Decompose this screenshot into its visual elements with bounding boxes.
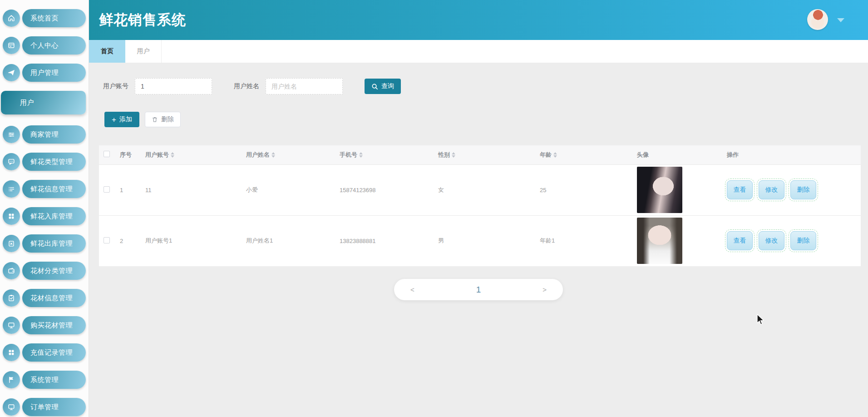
app-header: 鲜花销售系统 bbox=[89, 0, 868, 40]
name-label: 用户姓名 bbox=[234, 82, 259, 90]
name-input[interactable] bbox=[266, 78, 343, 94]
sidebar-item-label: 商家管理 bbox=[22, 125, 86, 144]
sidebar-item-flower-inbound-management[interactable]: 鲜花入库管理 bbox=[3, 207, 86, 225]
sidebar-item-user-management[interactable]: 用户管理 bbox=[3, 64, 86, 82]
cell-phone: 13823888881 bbox=[338, 215, 436, 266]
sidebar-item-label: 购买花材管理 bbox=[22, 316, 86, 334]
mouse-cursor-icon bbox=[756, 314, 766, 328]
trash-icon bbox=[152, 116, 158, 123]
sort-carets-icon[interactable] bbox=[553, 152, 557, 158]
sidebar-item-purchase-material-management[interactable]: 购买花材管理 bbox=[3, 316, 86, 334]
view-button[interactable]: 查看 bbox=[727, 180, 753, 199]
id-card-icon bbox=[3, 37, 20, 54]
sidebar-item-label: 用户管理 bbox=[22, 64, 86, 82]
delete-button[interactable]: 删除 bbox=[145, 112, 181, 127]
cell-phone: 15874123698 bbox=[338, 164, 436, 215]
content-area: 用户账号 用户姓名 查询 + 添加 删除 bbox=[89, 63, 868, 417]
sidebar-item-home[interactable]: 系统首页 bbox=[3, 9, 86, 27]
cell-gender: 女 bbox=[436, 164, 538, 215]
cell-gender: 男 bbox=[436, 215, 538, 266]
sidebar-item-personal-center[interactable]: 个人中心 bbox=[3, 36, 86, 55]
cell-age: 25 bbox=[538, 164, 635, 215]
chat-icon bbox=[3, 153, 20, 170]
row-checkbox[interactable] bbox=[104, 186, 110, 193]
sidebar-item-label: 花材分类管理 bbox=[22, 262, 86, 280]
home-icon bbox=[3, 10, 20, 27]
edit-button[interactable]: 修改 bbox=[759, 180, 784, 199]
sidebar-item-label: 鲜花入库管理 bbox=[22, 207, 86, 225]
table-header-row: 序号 用户账号 用户姓名 手机号 性别 年龄 头像 操作 bbox=[99, 145, 861, 164]
cell-age: 年龄1 bbox=[538, 215, 635, 266]
sidebar-item-label: 鲜花信息管理 bbox=[22, 180, 86, 198]
send-icon bbox=[3, 64, 20, 81]
sidebar-item-label: 订单管理 bbox=[22, 398, 86, 416]
add-button[interactable]: + 添加 bbox=[104, 112, 139, 127]
column-photo: 头像 bbox=[637, 151, 649, 158]
column-age: 年龄 bbox=[540, 151, 552, 159]
tab-home[interactable]: 首页 bbox=[89, 40, 125, 63]
table-toolbar: + 添加 删除 bbox=[89, 94, 868, 127]
user-table-panel: 序号 用户账号 用户姓名 手机号 性别 年龄 头像 操作 bbox=[99, 145, 861, 266]
user-photo bbox=[637, 218, 682, 264]
sidebar-item-label: 鲜花类型管理 bbox=[22, 153, 86, 171]
sort-carets-icon[interactable] bbox=[452, 152, 455, 158]
tab-user[interactable]: 用户 bbox=[125, 40, 162, 63]
view-button[interactable]: 查看 bbox=[727, 231, 753, 250]
column-account: 用户账号 bbox=[145, 151, 169, 159]
table-row: 2 用户账号1 用户姓名1 13823888881 男 年龄1 查看 修改 删除 bbox=[99, 215, 861, 266]
sidebar-item-flower-type-management[interactable]: 鲜花类型管理 bbox=[3, 153, 86, 171]
sidebar-item-system-management[interactable]: 系统管理 bbox=[3, 371, 86, 389]
sidebar-item-material-category-management[interactable]: 花材分类管理 bbox=[3, 262, 86, 280]
column-gender: 性别 bbox=[438, 151, 450, 159]
user-photo bbox=[637, 167, 682, 213]
sidebar-subitem-label: 用户 bbox=[20, 99, 34, 107]
row-delete-button[interactable]: 删除 bbox=[790, 180, 816, 199]
box-x-icon bbox=[3, 235, 20, 252]
clipboard-check-icon bbox=[3, 289, 20, 307]
list-icon bbox=[3, 180, 20, 198]
cell-index: 2 bbox=[118, 215, 143, 266]
cell-account: 11 bbox=[143, 164, 244, 215]
pagination: < 1 > bbox=[394, 279, 563, 300]
sidebar-item-recharge-record-management[interactable]: 充值记录管理 bbox=[3, 343, 86, 362]
column-actions: 操作 bbox=[727, 151, 739, 158]
cell-name: 用户姓名1 bbox=[244, 215, 338, 266]
sidebar-item-label: 系统管理 bbox=[22, 371, 86, 389]
cell-name: 小爱 bbox=[244, 164, 338, 215]
query-button[interactable]: 查询 bbox=[365, 79, 401, 94]
search-icon bbox=[371, 83, 378, 90]
user-table: 序号 用户账号 用户姓名 手机号 性别 年龄 头像 操作 bbox=[99, 145, 861, 266]
cell-index: 1 bbox=[118, 164, 143, 215]
account-input[interactable] bbox=[135, 78, 212, 94]
row-delete-button[interactable]: 删除 bbox=[790, 231, 816, 250]
next-page-button[interactable]: > bbox=[542, 286, 547, 293]
sidebar-item-label: 个人中心 bbox=[22, 36, 86, 55]
current-page[interactable]: 1 bbox=[476, 285, 481, 295]
sort-carets-icon[interactable] bbox=[171, 152, 174, 158]
sidebar-item-flower-info-management[interactable]: 鲜花信息管理 bbox=[3, 180, 86, 198]
sort-carets-icon[interactable] bbox=[359, 152, 363, 158]
row-checkbox[interactable] bbox=[104, 237, 110, 243]
account-label: 用户账号 bbox=[103, 82, 128, 90]
sidebar-item-material-info-management[interactable]: 花材信息管理 bbox=[3, 289, 86, 307]
sidebar-item-label: 充值记录管理 bbox=[22, 343, 86, 362]
sort-carets-icon[interactable] bbox=[271, 152, 275, 158]
column-name: 用户姓名 bbox=[246, 151, 270, 159]
avatar-dropdown-caret-icon[interactable] bbox=[837, 18, 844, 22]
main-area: 鲜花销售系统 首页 用户 用户账号 用户姓名 查询 + 添加 bbox=[89, 0, 868, 417]
edit-button[interactable]: 修改 bbox=[759, 231, 784, 250]
monitor-icon bbox=[3, 398, 20, 416]
sidebar-item-order-management[interactable]: 订单管理 bbox=[3, 398, 86, 416]
sidebar-item-label: 花材信息管理 bbox=[22, 289, 86, 307]
sidebar-item-merchant-management[interactable]: 商家管理 bbox=[3, 125, 86, 144]
grid-icon bbox=[3, 344, 20, 361]
grid-icon bbox=[3, 208, 20, 225]
user-avatar[interactable] bbox=[807, 9, 828, 30]
sidebar-subitem-user-active[interactable]: 用户 bbox=[1, 91, 86, 114]
select-all-checkbox[interactable] bbox=[104, 151, 110, 157]
sidebar-item-flower-outbound-management[interactable]: 鲜花出库管理 bbox=[3, 234, 86, 253]
prev-page-button[interactable]: < bbox=[410, 286, 414, 293]
flag-icon bbox=[3, 371, 20, 388]
sidebar: 系统首页 个人中心 用户管理 用户 商家管理 鲜花类型管理 鲜花信息管理 bbox=[0, 0, 89, 417]
sliders-icon bbox=[3, 126, 20, 143]
